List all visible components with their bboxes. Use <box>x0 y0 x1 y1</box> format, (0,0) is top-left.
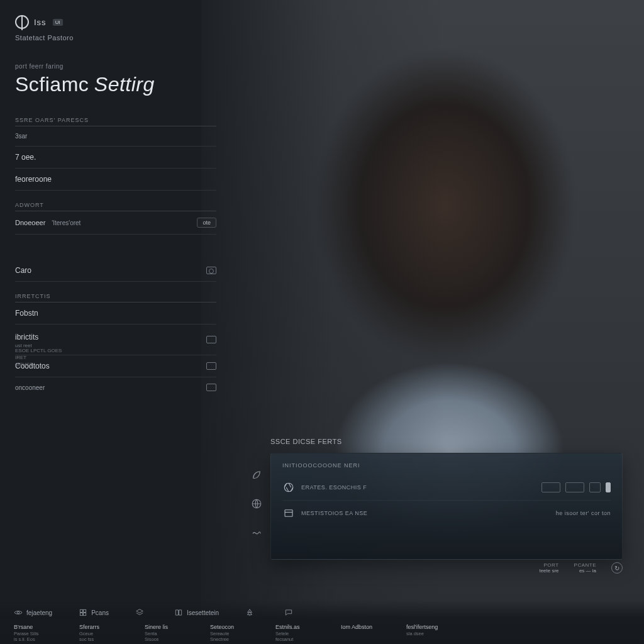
setting-label: Caro <box>15 266 31 275</box>
setting-row[interactable]: 3sar <box>15 126 216 147</box>
card-subtitle: INITIOOOCOOONE NERI <box>282 462 611 469</box>
bottom-col[interactable]: Sinere lisSentaSisoce <box>145 624 199 643</box>
option-a[interactable]: Dnoeoeer <box>15 219 45 226</box>
refresh-icon[interactable]: ↻ <box>611 562 623 574</box>
leaf-icon[interactable] <box>250 469 263 481</box>
toggle-icon[interactable] <box>206 362 216 370</box>
card-footer: PORT teete sre PCANTE es — ia ↻ <box>270 562 623 574</box>
bottom-col-title: Sinere lis <box>145 624 199 630</box>
setting-label: ibrictits <box>15 333 38 341</box>
scribble-icon[interactable] <box>250 526 263 539</box>
toolbar-item[interactable] <box>245 608 258 617</box>
card-footer-col[interactable]: ↻ <box>611 562 623 574</box>
bottom-col-sub: Setelefecsanut <box>275 631 330 643</box>
card-side-icons <box>250 469 263 539</box>
card-row-label: MESTISTOIOS EA NSE <box>301 510 367 516</box>
grid-icon <box>79 608 87 617</box>
svg-rect-8 <box>84 613 86 616</box>
page-title: Scfiamc Settirg <box>15 73 155 96</box>
brand-logo-icon <box>15 15 29 29</box>
svg-rect-5 <box>80 609 82 612</box>
setting-label: 3sar <box>15 133 27 140</box>
page-title-part-a: Scfiamc <box>15 73 89 96</box>
card-footer-value: teete sre <box>539 568 558 574</box>
bottom-col-title: Sferarrs <box>79 624 133 630</box>
setting-row[interactable]: Fobstn <box>15 303 216 325</box>
bottom-col-title: Iom Adbston <box>341 624 395 630</box>
brand: Iss UI <box>15 15 63 29</box>
bottom-col-sub: Parase Silisis s.li. Eos <box>14 631 68 643</box>
card-row-label: ERATES. ESONCHIS F <box>301 484 367 491</box>
card-row-aside: he isoor ter' cor ton <box>556 510 611 516</box>
bottom-col[interactable]: SferarrsGceuesoc tss <box>79 624 133 643</box>
option-b[interactable]: 'Iteres'oret <box>52 219 80 226</box>
card-footer-col: PCANTE es — ia <box>574 562 596 574</box>
bottom-col-sub: SereaoteSnectree <box>210 631 264 643</box>
globe-icon[interactable] <box>250 497 263 510</box>
svg-point-3 <box>17 611 19 614</box>
mini-stat-block: ESOE LPCTL GOESIRETGSHCT <box>15 347 62 369</box>
section-label: adwort <box>15 198 216 211</box>
bottom-col-title: Seteocon <box>210 624 264 630</box>
bottom-bar: fejaeteng Pcans Isesettetein <box>0 600 644 644</box>
setting-row[interactable]: oncooneer <box>15 377 216 397</box>
setting-label: oncooneer <box>15 384 45 391</box>
svg-rect-2 <box>285 510 292 517</box>
bottom-col-title: fesl'ifertseng <box>406 624 460 630</box>
card-footer-col: PORT teete sre <box>539 562 558 574</box>
bottom-col-title: Estnils.as <box>275 624 330 630</box>
tree-icon <box>245 608 254 617</box>
setting-value: 7 oee. <box>15 153 36 162</box>
toggle-icon[interactable] <box>206 336 216 343</box>
toolbar-label: Isesettetein <box>187 609 219 616</box>
brand-badge: UI <box>53 19 63 26</box>
card-footer-title: PCANTE <box>574 562 596 568</box>
toolbar-item[interactable]: Isesettetein <box>174 608 219 617</box>
book-icon <box>174 608 183 617</box>
orbit-icon <box>14 608 23 617</box>
card-above-label: SSCE DICSE FERTS <box>270 438 342 445</box>
camera-icon[interactable] <box>206 267 216 274</box>
slot-icon[interactable] <box>541 482 560 492</box>
section-label: ssre oars' parescs <box>15 113 216 126</box>
brand-subtitle: Statetact Pastoro <box>15 34 74 42</box>
card-row[interactable]: MESTISTOIOS EA NSE he isoor ter' cor ton <box>282 500 611 526</box>
bottom-col[interactable]: Iom Adbston <box>341 624 395 643</box>
svg-rect-6 <box>84 609 86 612</box>
card-footer-value: es — ia <box>574 568 596 574</box>
details-card: INITIOOOCOOONE NERI ERATES. ESONCHIS F M… <box>270 453 623 560</box>
bottom-col[interactable]: B'rsaneParase Silisis s.li. Eos <box>14 624 68 643</box>
toggle-icon[interactable] <box>206 384 216 391</box>
setting-label: Fobstn <box>15 309 38 318</box>
toolbar-item[interactable] <box>135 608 148 617</box>
chat-icon <box>284 608 293 617</box>
option-pair: Dnoeoeer 'Iteres'oret <box>15 219 80 226</box>
setting-row[interactable]: Caro <box>15 260 216 282</box>
layers-icon <box>135 608 144 617</box>
bottom-col[interactable]: fesl'ifertsengsla dsee <box>406 624 460 643</box>
setting-row[interactable]: Dnoeoeer 'Iteres'oret ote <box>15 211 216 235</box>
panel-icon <box>282 507 295 519</box>
bottom-col[interactable]: Estnils.asSetelefecsanut <box>275 624 330 643</box>
slot-icon[interactable] <box>565 482 584 492</box>
bottom-columns: B'rsaneParase Silisis s.li. Eos Sferarrs… <box>14 624 630 643</box>
card-row-slots <box>541 482 611 492</box>
card-row[interactable]: ERATES. ESONCHIS F <box>282 475 611 500</box>
toolbar-item[interactable]: fejaeteng <box>14 608 52 617</box>
toolbar-item[interactable]: Pcans <box>79 608 109 617</box>
apply-button[interactable]: ote <box>197 218 216 228</box>
setting-row[interactable]: 7 oee. <box>15 147 216 169</box>
aperture-icon <box>282 481 295 494</box>
bottom-col-sub: sla dsee <box>406 631 460 636</box>
toolbar-label: fejaeteng <box>26 609 52 616</box>
section-label: IRRETCTIS <box>15 289 216 303</box>
toolbar-item[interactable] <box>284 608 297 617</box>
bottom-col-sub: SentaSisoce <box>145 631 199 643</box>
setting-row[interactable]: feoreroone <box>15 169 216 191</box>
slot-active-icon[interactable] <box>606 482 611 492</box>
bottom-col-title: B'rsane <box>14 624 68 630</box>
svg-rect-7 <box>80 613 82 616</box>
brand-name: Iss <box>34 18 47 27</box>
slot-icon[interactable] <box>589 482 601 492</box>
bottom-col[interactable]: SeteoconSereaoteSnectree <box>210 624 264 643</box>
